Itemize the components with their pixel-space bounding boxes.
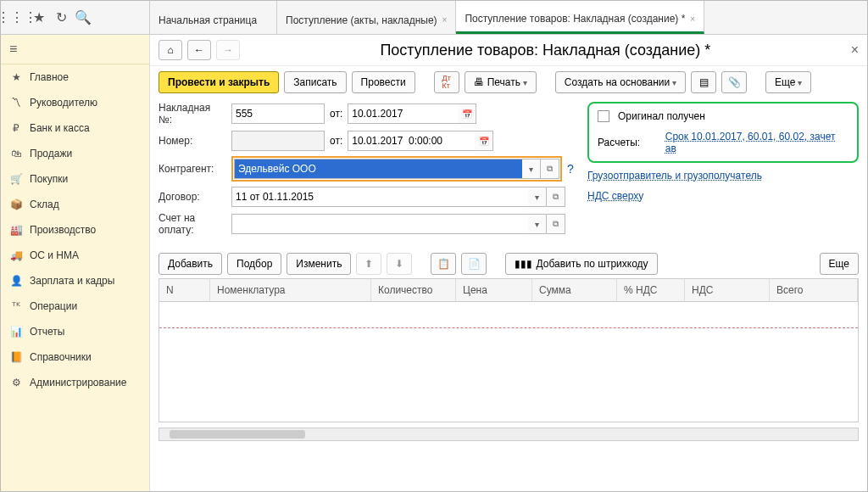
- sidebar-item-warehouse[interactable]: 📦Склад: [1, 192, 149, 217]
- dtct-button[interactable]: ДтКт: [434, 71, 459, 93]
- consignor-link[interactable]: Грузоотправитель и грузополучатель: [587, 170, 762, 182]
- search-icon[interactable]: 🔍: [72, 7, 94, 29]
- sidebar-item-sales[interactable]: 🛍Продажи: [1, 141, 149, 166]
- form-right: Оригинал получен Расчеты: Срок 10.01.201…: [587, 102, 859, 241]
- number-input[interactable]: [231, 131, 325, 151]
- original-received-checkbox[interactable]: [598, 110, 609, 122]
- bill-input[interactable]: [231, 214, 528, 234]
- move-up-button[interactable]: ⬆: [356, 253, 381, 275]
- grid: N Номенклатура Количество Цена Сумма % Н…: [159, 278, 859, 422]
- pick-button[interactable]: Подбор: [227, 253, 281, 275]
- sidebar-item-bank[interactable]: ₽Банк и касса: [1, 115, 149, 141]
- paste-button[interactable]: 📄: [461, 253, 487, 275]
- create-based-button[interactable]: Создать на основании: [555, 71, 686, 93]
- attach-button[interactable]: 📎: [721, 71, 747, 93]
- col-nds-percent[interactable]: % НДС: [617, 279, 685, 301]
- bill-label: Счет на оплату:: [159, 212, 226, 236]
- post-and-close-button[interactable]: Провести и закрыть: [159, 71, 279, 93]
- sidebar-item-admin[interactable]: ⚙Администрирование: [1, 370, 149, 395]
- back-button[interactable]: ←: [187, 40, 211, 60]
- document-icon-button[interactable]: ▤: [691, 71, 716, 93]
- save-button[interactable]: Записать: [284, 71, 346, 93]
- col-quantity[interactable]: Количество: [371, 279, 456, 301]
- col-total[interactable]: Всего: [770, 279, 858, 301]
- tab-receipts[interactable]: Поступление (акты, накладные) ×: [277, 1, 456, 34]
- sidebar-item-label: Операции: [30, 300, 77, 312]
- close-icon[interactable]: ×: [442, 15, 448, 25]
- sidebar-item-reports[interactable]: 📊Отчеты: [1, 319, 149, 344]
- truck-icon: 🚚: [9, 249, 23, 261]
- tab-label: Начальная страница: [159, 14, 257, 26]
- close-icon[interactable]: ×: [690, 14, 695, 24]
- contract-input[interactable]: [231, 187, 528, 207]
- more-button[interactable]: Еще: [765, 71, 811, 93]
- tab-start[interactable]: Начальная страница: [150, 1, 277, 34]
- calendar-icon[interactable]: 📅: [458, 103, 476, 124]
- top-bar: ⋮⋮⋮ ★ ↻ 🔍 Начальная страница Поступление…: [1, 1, 867, 35]
- copy-button[interactable]: 📋: [431, 253, 456, 275]
- sidebar-item-salary[interactable]: 👤Зарплата и кадры: [1, 268, 149, 294]
- add-row-button[interactable]: Добавить: [159, 253, 222, 275]
- post-button[interactable]: Провести: [352, 71, 415, 93]
- close-icon[interactable]: ×: [851, 42, 859, 58]
- col-nds[interactable]: НДС: [685, 279, 770, 301]
- open-icon[interactable]: ⧉: [547, 187, 565, 207]
- contractor-label: Контрагент:: [159, 163, 226, 175]
- open-icon[interactable]: ⧉: [547, 214, 565, 234]
- dropdown-icon[interactable]: ▾: [522, 159, 541, 179]
- sidebar-item-label: Зарплата и кадры: [30, 275, 114, 287]
- tab-invoice[interactable]: Поступление товаров: Накладная (создание…: [456, 1, 704, 34]
- home-button[interactable]: ⌂: [159, 40, 182, 60]
- col-n[interactable]: N: [159, 279, 210, 301]
- settlements-link[interactable]: Срок 10.01.2017, 60.01, 60.02, зачет ав: [665, 131, 849, 154]
- barcode-button[interactable]: ▮▮▮Добавить по штрихкоду: [505, 253, 657, 275]
- col-sum[interactable]: Сумма: [532, 279, 617, 301]
- bag-icon: 🛍: [9, 148, 23, 159]
- cart-icon: 🛒: [9, 173, 23, 185]
- edit-button[interactable]: Изменить: [287, 253, 351, 275]
- vat-link[interactable]: НДС сверху: [587, 190, 643, 202]
- sidebar-item-refs[interactable]: 📙Справочники: [1, 344, 149, 370]
- sidebar-item-assets[interactable]: 🚚ОС и НМА: [1, 243, 149, 268]
- menu-icon[interactable]: ≡: [1, 35, 149, 64]
- invoice-no-input[interactable]: [231, 103, 325, 124]
- date2-input[interactable]: [348, 131, 475, 151]
- date1-input[interactable]: [348, 103, 458, 124]
- from2-label: от:: [330, 135, 342, 147]
- table-more-button[interactable]: Еще: [820, 253, 859, 275]
- help-icon[interactable]: ?: [567, 162, 574, 176]
- sidebar-item-main[interactable]: ★Главное: [1, 64, 149, 90]
- grid-body[interactable]: [159, 302, 858, 421]
- horizontal-scrollbar[interactable]: [159, 428, 859, 441]
- more-label: Еще: [775, 76, 802, 88]
- forward-button[interactable]: →: [216, 40, 240, 60]
- table-more-label: Еще: [829, 258, 849, 270]
- sidebar-item-label: Банк и касса: [30, 122, 90, 134]
- chart-icon: 〽: [9, 97, 23, 109]
- settlements-label: Расчеты:: [598, 137, 657, 148]
- content: ⌂ ← → Поступление товаров: Накладная (со…: [150, 35, 867, 492]
- open-icon[interactable]: ⧉: [541, 159, 559, 179]
- sidebar-item-manager[interactable]: 〽Руководителю: [1, 90, 149, 115]
- print-button[interactable]: 🖶Печать: [465, 71, 537, 93]
- star-icon[interactable]: ★: [28, 7, 50, 29]
- sidebar-item-operations[interactable]: ᵀᴷОперации: [1, 294, 149, 319]
- calendar-icon[interactable]: 📅: [475, 131, 493, 151]
- sidebar: ≡ ★Главное 〽Руководителю ₽Банк и касса 🛍…: [1, 35, 150, 492]
- sidebar-item-label: Руководителю: [30, 97, 97, 109]
- dropdown-icon[interactable]: ▾: [528, 214, 547, 234]
- tabs: Начальная страница Поступление (акты, на…: [150, 1, 867, 34]
- sidebar-item-label: Склад: [30, 198, 59, 210]
- sidebar-item-purchases[interactable]: 🛒Покупки: [1, 166, 149, 192]
- sidebar-item-label: Производство: [30, 224, 96, 236]
- sidebar-item-production[interactable]: 🏭Производство: [1, 217, 149, 243]
- col-price[interactable]: Цена: [456, 279, 532, 301]
- original-received-label: Оригинал получен: [618, 110, 705, 122]
- move-down-button[interactable]: ⬇: [387, 253, 412, 275]
- sidebar-item-label: ОС и НМА: [30, 249, 79, 261]
- contractor-input[interactable]: [234, 159, 522, 179]
- dropdown-icon[interactable]: ▾: [528, 187, 547, 207]
- col-nomenclature[interactable]: Номенклатура: [210, 279, 371, 301]
- apps-icon[interactable]: ⋮⋮⋮: [6, 7, 28, 29]
- history-icon[interactable]: ↻: [50, 7, 72, 29]
